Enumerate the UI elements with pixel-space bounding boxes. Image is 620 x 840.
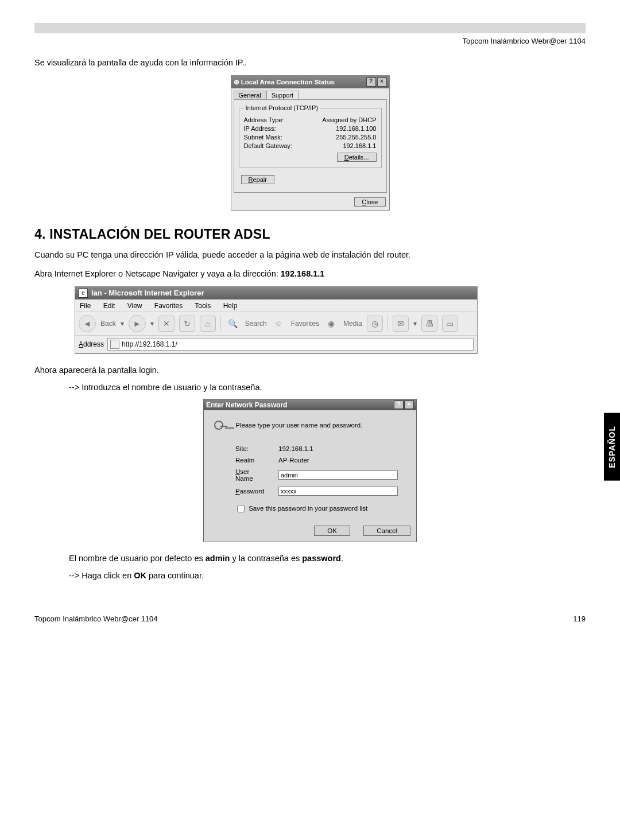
section-title: 4. INSTALACIÓN DEL ROUTER ADSL <box>34 227 586 242</box>
ok-button[interactable]: OK <box>314 526 350 536</box>
user-input[interactable] <box>278 470 398 480</box>
pwdlg-titlebar: Enter Network Password ? × <box>204 399 416 410</box>
mask-label: Subnet Mask: <box>244 134 282 141</box>
tab-support[interactable]: Support <box>266 91 299 99</box>
ie-window: e lan - Microsoft Internet Explorer File… <box>75 286 478 354</box>
ip-value: 192.168.1.100 <box>336 125 376 132</box>
stop-icon[interactable]: ✕ <box>158 316 175 332</box>
menu-help[interactable]: Help <box>223 302 238 310</box>
close-icon[interactable]: × <box>377 77 387 87</box>
pwdlg-title: Enter Network Password <box>206 401 287 409</box>
edit-icon[interactable]: ▭ <box>442 316 458 332</box>
para4: El nombre de usuario por defecto es admi… <box>69 553 586 564</box>
bullet2: Haga click en OK para continuar. <box>69 571 586 580</box>
titlebar-icon: ⊕ <box>234 79 241 85</box>
status-panel: Internet Protocol (TCP/IP) Address Type:… <box>234 99 387 193</box>
pwdlg-msg: Please type your user name and password. <box>235 422 362 429</box>
home-icon[interactable]: ⌂ <box>200 316 216 332</box>
site-label: Site: <box>235 445 278 453</box>
intro-text: Se visualizará la pantalla de ayuda con … <box>34 57 586 68</box>
bullet1: Introduzca el nombre de usuario y la con… <box>69 383 586 392</box>
para3: Ahora aparecerá la pantalla login. <box>34 364 586 376</box>
back-icon[interactable]: ◄ <box>79 315 96 332</box>
bullet2-pre: Haga click en <box>82 571 134 580</box>
addr-type-value: Assigned by DHCP <box>322 116 376 123</box>
mail-icon[interactable]: ✉ <box>393 316 409 332</box>
url-text: http://192.168.1.1/ <box>122 340 177 348</box>
ie-addressbar: Address http://192.168.1.1/ <box>75 335 477 353</box>
header-grey-bar <box>34 23 586 33</box>
help-icon[interactable]: ? <box>366 77 376 87</box>
ie-titlebar: e lan - Microsoft Internet Explorer <box>75 287 477 300</box>
pass-label: Password <box>235 486 278 496</box>
para2-pre: Abra Internet Explorer o Netscape Naviga… <box>34 269 281 278</box>
realm-label: Realm <box>235 456 278 464</box>
details-button[interactable]: Details... <box>337 153 377 162</box>
forward-icon[interactable]: ► <box>129 315 146 332</box>
para4-b1: admin <box>206 554 230 563</box>
back-dropdown-icon[interactable]: ▾ <box>121 320 124 328</box>
url-box[interactable]: http://192.168.1.1/ <box>107 338 474 351</box>
realm-value: AP-Router <box>278 456 408 464</box>
search-icon[interactable]: 🔍 <box>226 316 241 331</box>
password-dialog: Enter Network Password ? × Please type y… <box>203 399 417 542</box>
addr-type-label: Address Type: <box>244 116 284 123</box>
para4-post: . <box>341 554 343 563</box>
page-icon <box>110 340 119 349</box>
close-button[interactable]: Close <box>354 197 385 207</box>
menu-edit[interactable]: Edit <box>103 302 115 310</box>
mask-value: 255.255.255.0 <box>336 134 376 141</box>
tab-general[interactable]: General <box>234 91 266 99</box>
para2-bold: 192.168.1.1 <box>281 269 325 278</box>
pwdlg-close-icon[interactable]: × <box>404 400 414 409</box>
media-label[interactable]: Media <box>343 320 362 328</box>
page-number: 119 <box>573 615 586 623</box>
para4-pre: El nombre de usuario por defecto es <box>69 554 206 563</box>
media-icon[interactable]: ◉ <box>324 316 339 331</box>
pass-input[interactable] <box>278 487 398 496</box>
save-password-checkbox[interactable] <box>237 505 245 512</box>
search-label[interactable]: Search <box>245 320 267 328</box>
refresh-icon[interactable]: ↻ <box>179 316 195 332</box>
para2: Abra Internet Explorer o Netscape Naviga… <box>34 268 586 279</box>
para1: Cuando su PC tenga una dirección IP váli… <box>34 249 586 260</box>
tcpip-group: Internet Protocol (TCP/IP) Address Type:… <box>239 104 382 168</box>
menu-file[interactable]: File <box>80 302 91 310</box>
menu-view[interactable]: View <box>127 302 142 310</box>
address-label: Address <box>79 340 104 348</box>
history-icon[interactable]: ◷ <box>367 316 383 332</box>
favorites-icon[interactable]: ☆ <box>272 316 286 331</box>
para4-b2: password <box>302 554 341 563</box>
footer-product: Topcom Inalámbrico Webr@cer 1104 <box>34 615 158 623</box>
cancel-button[interactable]: Cancel <box>363 526 410 536</box>
favorites-label[interactable]: Favorites <box>291 320 319 328</box>
mail-dropdown-icon[interactable]: ▾ <box>413 320 417 328</box>
ie-toolbar: ◄ Back▾ ►▾ ✕ ↻ ⌂ 🔍 Search ☆ Favorites ◉ … <box>75 312 477 335</box>
repair-button[interactable]: Repair <box>241 175 274 184</box>
forward-dropdown-icon[interactable]: ▾ <box>150 320 154 328</box>
back-label[interactable]: Back <box>100 320 116 328</box>
menu-favorites[interactable]: Favorites <box>154 302 183 310</box>
ie-menubar: File Edit View Favorites Tools Help <box>75 300 477 312</box>
header-product: Topcom Inalámbrico Webr@cer 1104 <box>34 37 586 45</box>
ip-label: IP Address: <box>244 125 276 132</box>
site-value: 192.168.1.1 <box>278 445 408 453</box>
status-dialog: ⊕ Local Area Connection Status ? × Gener… <box>231 75 390 211</box>
bullet2-post: para continuar. <box>146 571 204 580</box>
bullet2-bold: OK <box>134 571 146 580</box>
status-dialog-titlebar: ⊕ Local Area Connection Status ? × <box>231 76 389 88</box>
status-dialog-title: Local Area Connection Status <box>241 79 335 85</box>
menu-tools[interactable]: Tools <box>195 302 211 310</box>
ie-title: lan - Microsoft Internet Explorer <box>91 289 204 297</box>
gw-label: Default Gateway: <box>244 142 292 149</box>
language-tab: ESPAÑOL <box>604 413 620 481</box>
pwdlg-help-icon[interactable]: ? <box>394 400 404 409</box>
print-icon[interactable]: 🖶 <box>421 316 437 332</box>
gw-value: 192.168.1.1 <box>343 142 376 149</box>
save-password-label: Save this password in your password list <box>249 505 367 512</box>
ie-logo-icon: e <box>79 289 88 298</box>
key-icon <box>212 418 229 435</box>
para4-mid: y la contraseña es <box>230 554 302 563</box>
user-label: User Name <box>235 468 278 483</box>
tcpip-group-label: Internet Protocol (TCP/IP) <box>244 104 320 111</box>
